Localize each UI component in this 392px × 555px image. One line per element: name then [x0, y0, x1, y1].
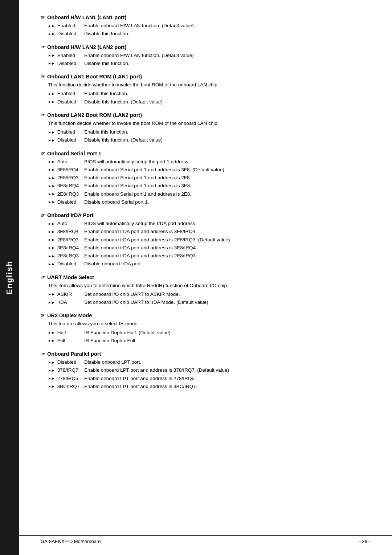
sidebar: English [0, 0, 19, 555]
arrow-icon: ►► [48, 229, 55, 234]
option-item-lan1-0: ►►EnabledEnable onboard H/W LAN function… [48, 22, 370, 29]
option-item-serial1-4: ►►2E8/IRQ3Enable onboard Serial port 1 a… [48, 191, 370, 198]
cursor-icon-lan1: ☞ [41, 15, 45, 20]
section-lan1: ☞Onboard H/W LAN1 (LAN1 port)►►EnabledEn… [41, 15, 370, 38]
arrow-icon: ►► [48, 245, 55, 250]
option-key-lan2-0: ►►Enabled [48, 52, 84, 59]
option-item-lan2boot-0: ►►EnabledEnable this function. [48, 128, 370, 136]
section-parallel: ☞Onboard Parallel port►►DisabledDisable … [41, 351, 370, 390]
arrow-icon: ►► [48, 175, 55, 181]
option-desc-irda-4: Enable onboard IrDA port and address is … [84, 252, 370, 260]
title-text-ur2duplex: UR2 Duplex Mode [47, 313, 92, 318]
arrow-icon: ►► [48, 360, 55, 365]
option-key-lan1-0: ►►Enabled [48, 22, 84, 29]
option-desc-serial1-4: Enable onboard Serial port 1 and address… [84, 191, 370, 198]
option-key-uart-0: ►►ASKIR [48, 291, 84, 298]
option-key-ur2duplex-0: ►►Half [48, 329, 84, 336]
option-key-text: Enabled [57, 52, 75, 59]
option-list-lan1boot: ►►EnabledEnable this function.►►Disabled… [48, 90, 370, 106]
arrow-icon: ►► [48, 338, 55, 343]
arrow-icon: ►► [48, 291, 55, 297]
option-desc-parallel-0: Disable onboard LPT port. [84, 359, 370, 366]
section-lan1boot: ☞Onboard LAN1 Boot ROM (LAN1 port)This f… [41, 74, 370, 106]
option-item-irda-4: ►►2E8/IRQ3Enable onboard IrDA port and a… [48, 252, 370, 260]
option-desc-parallel-1: Enable onboard LPT port and address is 3… [84, 367, 370, 374]
arrow-icon: ►► [48, 183, 55, 189]
option-desc-lan2boot-1: Disable this function. (Default value) [84, 136, 370, 144]
option-key-lan1boot-1: ►►Disabled [48, 98, 84, 106]
option-desc-parallel-3: Enable onboard LPT port and address is 3… [84, 383, 370, 390]
section-ur2duplex: ☞UR2 Duplex ModeThis feature allows you … [41, 313, 370, 344]
option-key-text: 3F8/IRQ4 [57, 166, 79, 174]
section-desc-lan2boot: This function decide whether to invoke t… [48, 120, 370, 127]
option-key-text: Enabled [57, 128, 75, 136]
title-text-lan2boot: Onboard LAN2 Boot ROM (LAN2 port) [47, 112, 142, 118]
cursor-icon-lan2: ☞ [41, 44, 45, 50]
section-title-lan1: ☞Onboard H/W LAN1 (LAN1 port) [41, 15, 370, 20]
option-desc-lan2boot-0: Enable this function. [84, 128, 370, 136]
section-lan2boot: ☞Onboard LAN2 Boot ROM (LAN2 port)This f… [41, 112, 370, 144]
option-desc-lan1boot-1: Disable this function. (Default value) [84, 98, 370, 106]
section-title-ur2duplex: ☞UR2 Duplex Mode [41, 313, 370, 318]
main-content: ☞Onboard H/W LAN1 (LAN1 port)►►EnabledEn… [19, 0, 392, 419]
cursor-icon-lan1boot: ☞ [41, 74, 45, 79]
footer-right: - 38 - [359, 539, 370, 544]
title-text-lan1: Onboard H/W LAN1 (LAN1 port) [47, 15, 126, 20]
option-key-text: 378/IRQ7 [57, 367, 78, 374]
option-item-lan1boot-0: ►►EnabledEnable this function. [48, 90, 370, 97]
option-item-ur2duplex-0: ►►HalfIR Function Duplex Half. (Default … [48, 329, 370, 336]
option-key-serial1-3: ►►3E8/IRQ4 [48, 182, 84, 189]
section-serial1: ☞Onboard Serial Port 1►►AutoBIOS will au… [41, 151, 370, 206]
arrow-icon: ►► [48, 221, 55, 227]
option-key-text: 2E8/IRQ3 [57, 252, 79, 260]
option-key-ur2duplex-1: ►►Full [48, 337, 84, 344]
option-key-irda-2: ►►2F8/IRQ3 [48, 236, 84, 244]
section-desc-uart: This item allows you to determine which … [48, 282, 370, 289]
option-item-serial1-0: ►►AutoBIOS will automatically setup the … [48, 158, 370, 166]
option-desc-irda-1: Enable onboard IrDA port and address is … [84, 228, 370, 235]
option-item-irda-2: ►►2F8/IRQ3Enable onboard IrDA port and a… [48, 236, 370, 244]
option-item-serial1-5: ►►DisabledDisable onboard Serial port 1. [48, 199, 370, 206]
arrow-icon: ►► [48, 199, 55, 205]
option-key-irda-0: ►►Auto [48, 220, 84, 227]
option-desc-uart-1: Set onboard I/O chip UART to IrDA Mode. … [84, 299, 370, 306]
cursor-icon-ur2duplex: ☞ [41, 313, 45, 318]
option-key-serial1-2: ►►2F8/IRQ3 [48, 174, 84, 181]
option-list-uart: ►►ASKIRSet onboard I/O chip UART to ASKI… [48, 291, 370, 306]
arrow-icon: ►► [48, 61, 55, 66]
option-desc-ur2duplex-0: IR Function Duplex Half. (Default value) [84, 329, 370, 336]
arrow-icon: ►► [48, 23, 55, 29]
section-irda: ☞Onboard IrDA Port►►AutoBIOS will automa… [41, 212, 370, 268]
arrow-icon: ►► [48, 237, 55, 242]
arrow-icon: ►► [48, 261, 55, 267]
arrow-icon: ►► [48, 384, 55, 389]
option-key-lan1-1: ►►Disabled [48, 30, 84, 37]
option-item-serial1-1: ►►3F8/IRQ4Enable onboard Serial port 1 a… [48, 166, 370, 174]
option-desc-lan1-1: Disable this function. [84, 30, 370, 37]
option-desc-irda-3: Enable onboard IrDA port and address is … [84, 244, 370, 252]
arrow-icon: ►► [48, 99, 55, 105]
option-desc-lan1boot-0: Enable this function. [84, 90, 370, 97]
option-item-lan2-1: ►►DisabledDisable this function. [48, 60, 370, 67]
option-desc-irda-0: BIOS will automatically setup the IrDA p… [84, 220, 370, 227]
section-uart: ☞UART Mode SelectThis item allows you to… [41, 274, 370, 306]
option-key-irda-3: ►►3E8/IRQ4 [48, 244, 84, 252]
option-key-text: Disabled [57, 30, 77, 37]
option-key-text: Enabled [57, 22, 75, 29]
option-key-text: Disabled [57, 260, 77, 268]
section-title-parallel: ☞Onboard Parallel port [41, 351, 370, 357]
option-item-parallel-2: ►►278/IRQ5Enable onboard LPT port and ad… [48, 375, 370, 382]
title-text-lan1boot: Onboard LAN1 Boot ROM (LAN1 port) [47, 74, 142, 79]
option-item-irda-3: ►►3E8/IRQ4Enable onboard IrDA port and a… [48, 244, 370, 252]
option-key-text: Disabled [57, 60, 77, 67]
option-item-lan2boot-1: ►►DisabledDisable this function. (Defaul… [48, 136, 370, 144]
option-key-text: 2F8/IRQ3 [57, 174, 79, 181]
option-key-text: 278/IRQ5 [57, 375, 78, 382]
cursor-icon-lan2boot: ☞ [41, 112, 45, 118]
title-text-irda: Onboard IrDA Port [47, 212, 94, 218]
section-desc-ur2duplex: This feature allows you to select IR mod… [48, 320, 370, 327]
option-item-parallel-3: ►►3BC/IRQ7Enable onboard LPT port and ad… [48, 383, 370, 390]
option-item-uart-1: ►►IrDASet onboard I/O chip UART to IrDA … [48, 299, 370, 306]
option-key-text: ASKIR [57, 291, 72, 298]
arrow-icon: ►► [48, 330, 55, 335]
